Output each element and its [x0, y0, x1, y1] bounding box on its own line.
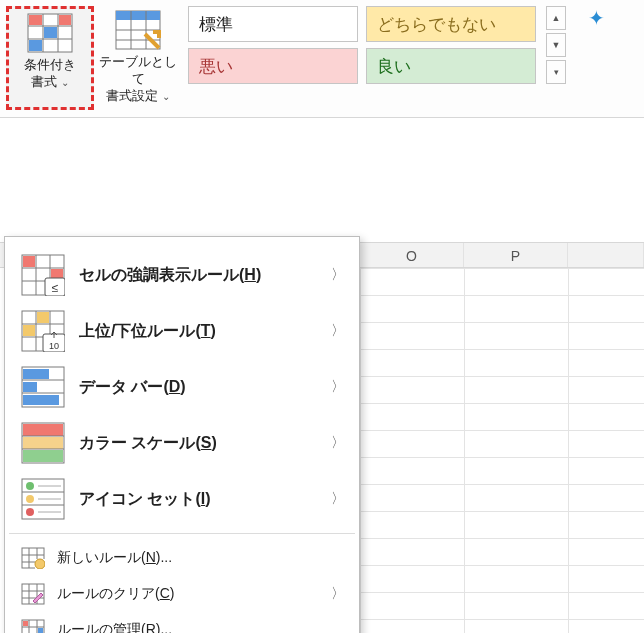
new-rule-icon	[21, 547, 45, 569]
conditional-formatting-icon	[27, 13, 73, 53]
ribbon-styles-group: 条件付き 書式 ⌄ テーブルとして 書式設定 ⌄ 標準 どちらでもない 悪い	[0, 0, 644, 118]
svg-rect-10	[116, 11, 160, 20]
svg-rect-30	[23, 325, 35, 336]
color-scales-icon	[21, 422, 65, 464]
chevron-down-icon: ⌄	[160, 91, 171, 102]
menu-top-bottom-rules[interactable]: 10 上位/下位ルール(T) 〉	[5, 303, 359, 359]
chevron-right-icon: 〉	[331, 378, 345, 396]
manage-rules-icon	[21, 619, 45, 633]
chevron-right-icon: 〉	[331, 266, 345, 284]
chevron-down-icon: ⌄	[59, 77, 70, 88]
svg-rect-5	[29, 15, 42, 25]
highlight-cells-icon: ≤	[21, 254, 65, 296]
table-format-label-1: テーブルとして	[99, 54, 177, 86]
top-bottom-icon: 10	[21, 310, 65, 352]
menu-new-rule[interactable]: 新しいルール(N)...	[5, 540, 359, 576]
cell-style-bad[interactable]: 悪い	[188, 48, 358, 84]
gallery-expand[interactable]: ▾	[546, 60, 566, 84]
svg-rect-42	[23, 450, 63, 462]
svg-point-48	[26, 482, 34, 490]
worksheet-area: O P ≤ セルの強調表示ルール(H) 〉 10 上位/下位ルール(T) 〉	[0, 118, 644, 633]
column-header-o[interactable]: O	[360, 243, 464, 267]
cond-format-label-2: 書式	[31, 74, 57, 89]
svg-rect-6	[59, 15, 71, 25]
cond-format-label-1: 条件付き	[24, 57, 76, 72]
data-bars-icon	[21, 366, 65, 408]
ribbon-extra-icon[interactable]: ✦	[586, 6, 606, 30]
chevron-right-icon: 〉	[331, 585, 345, 603]
table-format-label-2: 書式設定	[106, 88, 158, 103]
svg-text:10: 10	[49, 341, 59, 351]
conditional-formatting-button[interactable]: 条件付き 書式 ⌄	[6, 6, 94, 110]
menu-manage-rules[interactable]: ルールの管理(R)...	[5, 612, 359, 633]
svg-point-49	[26, 495, 34, 503]
gallery-scroll-down[interactable]: ▼	[546, 33, 566, 57]
svg-rect-40	[23, 424, 63, 436]
cell-style-neutral[interactable]: どちらでもない	[366, 6, 536, 42]
svg-rect-41	[23, 437, 63, 449]
svg-rect-71	[23, 621, 28, 626]
cell-style-good[interactable]: 良い	[366, 48, 536, 84]
menu-icon-sets[interactable]: アイコン セット(I) 〉	[5, 471, 359, 527]
worksheet-grid[interactable]	[360, 268, 644, 633]
chevron-right-icon: 〉	[331, 322, 345, 340]
conditional-formatting-menu: ≤ セルの強調表示ルール(H) 〉 10 上位/下位ルール(T) 〉 データ バ…	[4, 236, 360, 633]
menu-separator	[9, 533, 355, 534]
svg-rect-36	[23, 395, 59, 405]
gallery-scroll-up[interactable]: ▲	[546, 6, 566, 30]
menu-clear-rules[interactable]: ルールのクリア(C) 〉	[5, 576, 359, 612]
style-gallery-spinner: ▲ ▼ ▾	[546, 6, 566, 84]
menu-data-bars[interactable]: データ バー(D) 〉	[5, 359, 359, 415]
menu-highlight-cells-rules[interactable]: ≤ セルの強調表示ルール(H) 〉	[5, 247, 359, 303]
chevron-right-icon: 〉	[331, 434, 345, 452]
chevron-right-icon: 〉	[331, 490, 345, 508]
clear-rules-icon	[21, 583, 45, 605]
format-as-table-button[interactable]: テーブルとして 書式設定 ⌄	[94, 6, 182, 110]
svg-text:≤: ≤	[52, 281, 59, 295]
svg-rect-20	[23, 256, 35, 267]
format-as-table-icon	[115, 10, 161, 50]
cell-styles-gallery: 標準 どちらでもない 悪い 良い ▲ ▼ ▾	[188, 6, 566, 84]
menu-color-scales[interactable]: カラー スケール(S) 〉	[5, 415, 359, 471]
svg-rect-29	[37, 312, 49, 323]
svg-rect-72	[38, 628, 43, 633]
svg-rect-34	[23, 369, 49, 379]
svg-rect-7	[44, 27, 57, 38]
svg-point-50	[26, 508, 34, 516]
svg-point-60	[35, 559, 45, 569]
svg-rect-8	[29, 40, 42, 51]
cell-style-normal[interactable]: 標準	[188, 6, 358, 42]
svg-rect-35	[23, 382, 37, 392]
icon-sets-icon	[21, 478, 65, 520]
column-header-p[interactable]: P	[464, 243, 568, 267]
